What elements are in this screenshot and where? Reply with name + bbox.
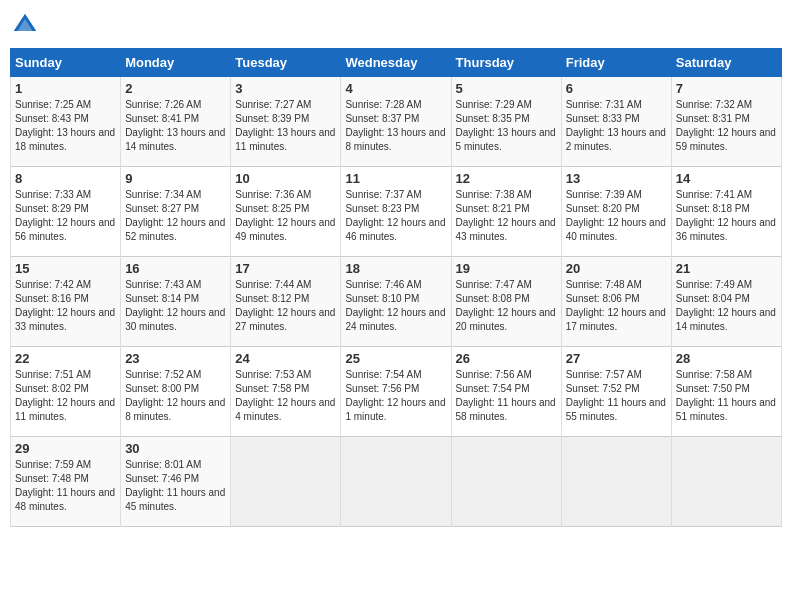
cell-content: Sunrise: 7:33 AM Sunset: 8:29 PM Dayligh… bbox=[15, 188, 116, 244]
sunrise-text: Sunrise: 7:58 AM bbox=[676, 368, 777, 382]
calendar-cell: 14 Sunrise: 7:41 AM Sunset: 8:18 PM Dayl… bbox=[671, 167, 781, 257]
day-number: 28 bbox=[676, 351, 777, 366]
sunrise-text: Sunrise: 8:01 AM bbox=[125, 458, 226, 472]
sunrise-text: Sunrise: 7:33 AM bbox=[15, 188, 116, 202]
calendar-cell: 12 Sunrise: 7:38 AM Sunset: 8:21 PM Dayl… bbox=[451, 167, 561, 257]
daylight-text: Daylight: 12 hours and 4 minutes. bbox=[235, 396, 336, 424]
sunset-text: Sunset: 7:58 PM bbox=[235, 382, 336, 396]
cell-content: Sunrise: 7:54 AM Sunset: 7:56 PM Dayligh… bbox=[345, 368, 446, 424]
day-number: 15 bbox=[15, 261, 116, 276]
calendar-cell bbox=[561, 437, 671, 527]
sunset-text: Sunset: 8:00 PM bbox=[125, 382, 226, 396]
sunset-text: Sunset: 8:43 PM bbox=[15, 112, 116, 126]
sunset-text: Sunset: 7:46 PM bbox=[125, 472, 226, 486]
calendar-cell bbox=[341, 437, 451, 527]
day-number: 21 bbox=[676, 261, 777, 276]
calendar-cell: 10 Sunrise: 7:36 AM Sunset: 8:25 PM Dayl… bbox=[231, 167, 341, 257]
calendar-cell: 16 Sunrise: 7:43 AM Sunset: 8:14 PM Dayl… bbox=[121, 257, 231, 347]
daylight-text: Daylight: 12 hours and 20 minutes. bbox=[456, 306, 557, 334]
sunrise-text: Sunrise: 7:27 AM bbox=[235, 98, 336, 112]
daylight-text: Daylight: 12 hours and 27 minutes. bbox=[235, 306, 336, 334]
sunset-text: Sunset: 8:20 PM bbox=[566, 202, 667, 216]
cell-content: Sunrise: 7:39 AM Sunset: 8:20 PM Dayligh… bbox=[566, 188, 667, 244]
daylight-text: Daylight: 12 hours and 46 minutes. bbox=[345, 216, 446, 244]
sunset-text: Sunset: 8:18 PM bbox=[676, 202, 777, 216]
cell-content: Sunrise: 7:58 AM Sunset: 7:50 PM Dayligh… bbox=[676, 368, 777, 424]
sunset-text: Sunset: 8:23 PM bbox=[345, 202, 446, 216]
sunrise-text: Sunrise: 7:47 AM bbox=[456, 278, 557, 292]
calendar-cell: 15 Sunrise: 7:42 AM Sunset: 8:16 PM Dayl… bbox=[11, 257, 121, 347]
column-header-sunday: Sunday bbox=[11, 49, 121, 77]
sunrise-text: Sunrise: 7:38 AM bbox=[456, 188, 557, 202]
calendar-cell: 11 Sunrise: 7:37 AM Sunset: 8:23 PM Dayl… bbox=[341, 167, 451, 257]
cell-content: Sunrise: 7:56 AM Sunset: 7:54 PM Dayligh… bbox=[456, 368, 557, 424]
daylight-text: Daylight: 12 hours and 11 minutes. bbox=[15, 396, 116, 424]
daylight-text: Daylight: 13 hours and 14 minutes. bbox=[125, 126, 226, 154]
sunrise-text: Sunrise: 7:29 AM bbox=[456, 98, 557, 112]
calendar-cell: 30 Sunrise: 8:01 AM Sunset: 7:46 PM Dayl… bbox=[121, 437, 231, 527]
sunrise-text: Sunrise: 7:43 AM bbox=[125, 278, 226, 292]
day-number: 17 bbox=[235, 261, 336, 276]
daylight-text: Daylight: 12 hours and 8 minutes. bbox=[125, 396, 226, 424]
calendar-cell: 29 Sunrise: 7:59 AM Sunset: 7:48 PM Dayl… bbox=[11, 437, 121, 527]
calendar-cell: 3 Sunrise: 7:27 AM Sunset: 8:39 PM Dayli… bbox=[231, 77, 341, 167]
column-header-saturday: Saturday bbox=[671, 49, 781, 77]
sunset-text: Sunset: 8:10 PM bbox=[345, 292, 446, 306]
cell-content: Sunrise: 7:41 AM Sunset: 8:18 PM Dayligh… bbox=[676, 188, 777, 244]
calendar-cell: 20 Sunrise: 7:48 AM Sunset: 8:06 PM Dayl… bbox=[561, 257, 671, 347]
daylight-text: Daylight: 12 hours and 30 minutes. bbox=[125, 306, 226, 334]
daylight-text: Daylight: 11 hours and 55 minutes. bbox=[566, 396, 667, 424]
column-header-tuesday: Tuesday bbox=[231, 49, 341, 77]
sunrise-text: Sunrise: 7:56 AM bbox=[456, 368, 557, 382]
sunrise-text: Sunrise: 7:42 AM bbox=[15, 278, 116, 292]
calendar-cell: 7 Sunrise: 7:32 AM Sunset: 8:31 PM Dayli… bbox=[671, 77, 781, 167]
sunrise-text: Sunrise: 7:28 AM bbox=[345, 98, 446, 112]
day-number: 6 bbox=[566, 81, 667, 96]
cell-content: Sunrise: 7:25 AM Sunset: 8:43 PM Dayligh… bbox=[15, 98, 116, 154]
calendar-cell: 9 Sunrise: 7:34 AM Sunset: 8:27 PM Dayli… bbox=[121, 167, 231, 257]
calendar-cell bbox=[231, 437, 341, 527]
daylight-text: Daylight: 11 hours and 51 minutes. bbox=[676, 396, 777, 424]
daylight-text: Daylight: 12 hours and 17 minutes. bbox=[566, 306, 667, 334]
daylight-text: Daylight: 13 hours and 18 minutes. bbox=[15, 126, 116, 154]
day-number: 27 bbox=[566, 351, 667, 366]
calendar-cell: 1 Sunrise: 7:25 AM Sunset: 8:43 PM Dayli… bbox=[11, 77, 121, 167]
day-number: 23 bbox=[125, 351, 226, 366]
day-number: 9 bbox=[125, 171, 226, 186]
sunrise-text: Sunrise: 7:59 AM bbox=[15, 458, 116, 472]
calendar-header-row: SundayMondayTuesdayWednesdayThursdayFrid… bbox=[11, 49, 782, 77]
calendar-cell: 21 Sunrise: 7:49 AM Sunset: 8:04 PM Dayl… bbox=[671, 257, 781, 347]
sunset-text: Sunset: 8:08 PM bbox=[456, 292, 557, 306]
cell-content: Sunrise: 7:49 AM Sunset: 8:04 PM Dayligh… bbox=[676, 278, 777, 334]
day-number: 24 bbox=[235, 351, 336, 366]
sunrise-text: Sunrise: 7:54 AM bbox=[345, 368, 446, 382]
sunset-text: Sunset: 8:16 PM bbox=[15, 292, 116, 306]
calendar-cell: 19 Sunrise: 7:47 AM Sunset: 8:08 PM Dayl… bbox=[451, 257, 561, 347]
sunset-text: Sunset: 8:21 PM bbox=[456, 202, 557, 216]
calendar-cell: 8 Sunrise: 7:33 AM Sunset: 8:29 PM Dayli… bbox=[11, 167, 121, 257]
day-number: 29 bbox=[15, 441, 116, 456]
calendar-week-row: 29 Sunrise: 7:59 AM Sunset: 7:48 PM Dayl… bbox=[11, 437, 782, 527]
cell-content: Sunrise: 7:51 AM Sunset: 8:02 PM Dayligh… bbox=[15, 368, 116, 424]
daylight-text: Daylight: 12 hours and 49 minutes. bbox=[235, 216, 336, 244]
sunrise-text: Sunrise: 7:36 AM bbox=[235, 188, 336, 202]
calendar-cell: 28 Sunrise: 7:58 AM Sunset: 7:50 PM Dayl… bbox=[671, 347, 781, 437]
sunrise-text: Sunrise: 7:51 AM bbox=[15, 368, 116, 382]
cell-content: Sunrise: 7:28 AM Sunset: 8:37 PM Dayligh… bbox=[345, 98, 446, 154]
cell-content: Sunrise: 7:38 AM Sunset: 8:21 PM Dayligh… bbox=[456, 188, 557, 244]
sunset-text: Sunset: 8:41 PM bbox=[125, 112, 226, 126]
daylight-text: Daylight: 12 hours and 43 minutes. bbox=[456, 216, 557, 244]
daylight-text: Daylight: 11 hours and 45 minutes. bbox=[125, 486, 226, 514]
cell-content: Sunrise: 7:37 AM Sunset: 8:23 PM Dayligh… bbox=[345, 188, 446, 244]
day-number: 14 bbox=[676, 171, 777, 186]
sunrise-text: Sunrise: 7:53 AM bbox=[235, 368, 336, 382]
day-number: 25 bbox=[345, 351, 446, 366]
cell-content: Sunrise: 7:52 AM Sunset: 8:00 PM Dayligh… bbox=[125, 368, 226, 424]
sunset-text: Sunset: 7:48 PM bbox=[15, 472, 116, 486]
calendar-cell: 27 Sunrise: 7:57 AM Sunset: 7:52 PM Dayl… bbox=[561, 347, 671, 437]
sunset-text: Sunset: 7:50 PM bbox=[676, 382, 777, 396]
day-number: 16 bbox=[125, 261, 226, 276]
calendar-cell: 24 Sunrise: 7:53 AM Sunset: 7:58 PM Dayl… bbox=[231, 347, 341, 437]
calendar-cell: 26 Sunrise: 7:56 AM Sunset: 7:54 PM Dayl… bbox=[451, 347, 561, 437]
sunrise-text: Sunrise: 7:32 AM bbox=[676, 98, 777, 112]
